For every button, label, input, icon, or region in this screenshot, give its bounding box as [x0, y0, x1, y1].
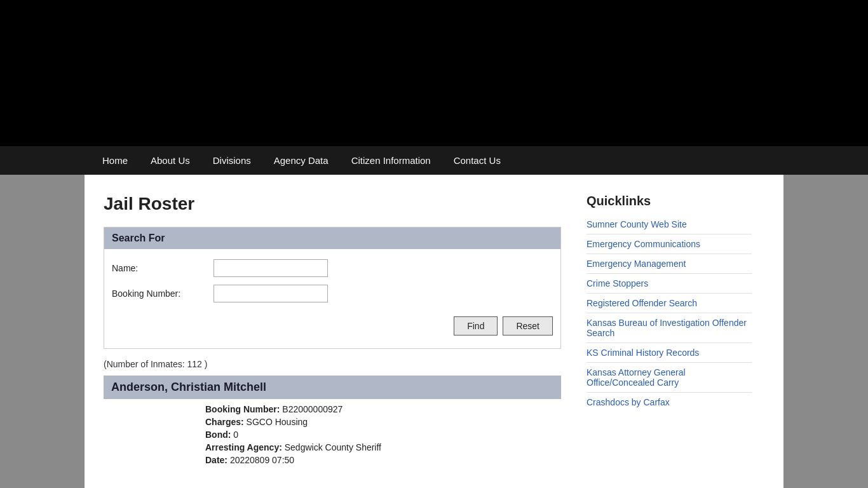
booking-label: Booking Number:: [112, 288, 214, 299]
charges-value: SGCO Housing: [247, 417, 308, 427]
nav-item-about-us[interactable]: About Us: [139, 146, 201, 175]
nav-inner: HomeAbout UsDivisionsAgency DataCitizen …: [85, 146, 783, 175]
search-header: Search For: [104, 227, 560, 249]
booking-row: Booking Number:: [112, 285, 553, 302]
booking-input[interactable]: [214, 285, 328, 302]
nav-item-contact-us[interactable]: Contact Us: [442, 146, 512, 175]
button-row: Find Reset: [112, 310, 553, 338]
main-column: Jail Roster Search For Name: Booking Num…: [104, 194, 561, 473]
quicklink-crime-stoppers[interactable]: Crime Stoppers: [587, 274, 752, 294]
inmate-name-bar: Anderson, Christian Mitchell: [104, 376, 561, 399]
charges-label: Charges:: [205, 417, 244, 427]
header-image: [0, 0, 868, 146]
quicklink-sumner-county[interactable]: Sumner County Web Site: [587, 215, 752, 234]
inmate-details: Booking Number: B22000000927 Charges: SG…: [104, 399, 561, 473]
nav-item-home[interactable]: Home: [91, 146, 139, 175]
navigation-bar: HomeAbout UsDivisionsAgency DataCitizen …: [0, 146, 868, 175]
booking-number-value: B22000000927: [282, 404, 342, 414]
quicklink-crashdocs[interactable]: Crashdocs by Carfax: [587, 393, 752, 412]
quicklink-emergency-management[interactable]: Emergency Management: [587, 254, 752, 274]
sidebar: Quicklinks Sumner County Web SiteEmergen…: [587, 194, 752, 473]
arresting-agency-label: Arresting Agency:: [205, 442, 282, 452]
inmate-charges: Charges: SGCO Housing: [205, 417, 553, 427]
quicklink-ks-criminal-history[interactable]: KS Criminal History Records: [587, 343, 752, 363]
name-label: Name:: [112, 263, 214, 273]
nav-item-citizen-information[interactable]: Citizen Information: [340, 146, 442, 175]
nav-item-divisions[interactable]: Divisions: [201, 146, 262, 175]
quicklink-kbi-offender-search[interactable]: Kansas Bureau of Investigation Offender …: [587, 313, 752, 343]
find-button[interactable]: Find: [454, 316, 498, 336]
name-row: Name:: [112, 259, 553, 277]
quicklink-emergency-communications[interactable]: Emergency Communications: [587, 234, 752, 254]
date-value: 20220809 07:50: [230, 455, 294, 465]
quicklinks-list: Sumner County Web SiteEmergency Communic…: [587, 215, 752, 412]
name-input[interactable]: [214, 259, 328, 277]
search-body: Name: Booking Number: Find Reset: [104, 249, 560, 348]
inmate-arresting-agency: Arresting Agency: Sedgwick County Sherif…: [205, 442, 553, 452]
inmate-bond: Bond: 0: [205, 430, 553, 440]
bond-value: 0: [233, 430, 238, 440]
arresting-agency-value: Sedgwick County Sheriff: [285, 442, 381, 452]
search-section: Search For Name: Booking Number: Find Re…: [104, 227, 561, 349]
inmate-booking: Booking Number: B22000000927: [205, 404, 553, 414]
booking-number-label: Booking Number:: [205, 404, 280, 414]
inmate-count: (Number of Inmates: 112 ): [104, 359, 561, 369]
nav-item-agency-data[interactable]: Agency Data: [262, 146, 340, 175]
inmate-date: Date: 20220809 07:50: [205, 455, 553, 465]
bond-label: Bond:: [205, 430, 231, 440]
quicklink-concealed-carry[interactable]: Kansas Attorney General Office/Concealed…: [587, 363, 752, 393]
quicklink-registered-offender-search[interactable]: Registered Offender Search: [587, 294, 752, 313]
page-title: Jail Roster: [104, 194, 561, 214]
quicklinks-title: Quicklinks: [587, 194, 752, 208]
content-wrapper: Jail Roster Search For Name: Booking Num…: [85, 175, 783, 488]
date-label: Date:: [205, 455, 227, 465]
reset-button[interactable]: Reset: [503, 316, 553, 336]
